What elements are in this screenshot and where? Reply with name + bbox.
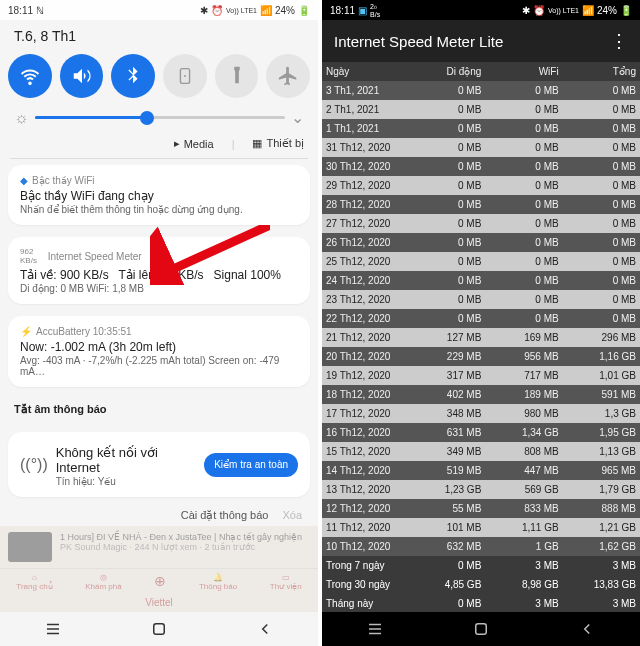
table-row[interactable]: 29 Th12, 20200 MB0 MB0 MB <box>322 176 640 195</box>
table-row[interactable]: 18 Th12, 2020402 MB189 MB591 MB <box>322 385 640 404</box>
back-icon[interactable] <box>578 620 596 638</box>
tab-notif[interactable]: 🔔Thông báo <box>199 573 237 591</box>
speed-badge: 2₀B/s <box>370 3 380 18</box>
table-row[interactable]: 11 Th12, 2020101 MB1,11 GB1,21 GB <box>322 518 640 537</box>
table-row[interactable]: 23 Th12, 20200 MB0 MB0 MB <box>322 290 640 309</box>
svg-rect-10 <box>476 624 487 635</box>
data-table: Ngày Di động WiFi Tổng 3 Th1, 20210 MB0 … <box>322 62 640 612</box>
quick-settings-row <box>0 48 318 104</box>
table-total-row: Trong 7 ngày0 MB3 MB3 MB <box>322 556 640 575</box>
table-row[interactable]: 20 Th12, 2020229 MB956 MB1,16 GB <box>322 347 640 366</box>
silence-notifications[interactable]: Tắt âm thông báo <box>0 393 318 426</box>
video-thumbnail <box>8 532 52 562</box>
airplane-toggle[interactable] <box>266 54 310 98</box>
tab-explore[interactable]: ◎Khám phá <box>85 573 121 591</box>
recents-icon[interactable] <box>366 620 384 638</box>
notification-accubattery[interactable]: ⚡AccuBattery 10:35:51 Now: -1.002 mA (3h… <box>8 316 310 387</box>
airplane-icon <box>277 65 299 87</box>
app-badge-icon: ▣ <box>358 5 367 16</box>
video-sub: PK Sound Magic · 244 N lượt xem · 2 tuần… <box>60 542 302 552</box>
status-bar: 18:11 ℕ ✱ ⏰ Vo)) LTE1 📶 24% 🔋 <box>0 0 318 20</box>
table-row[interactable]: 2 Th1, 20210 MB0 MB0 MB <box>322 100 640 119</box>
carrier-label: Viettel <box>0 595 318 610</box>
table-row[interactable]: 10 Th12, 2020632 MB1 GB1,62 GB <box>322 537 640 556</box>
accubattery-app-name: AccuBattery 10:35:51 <box>36 326 132 337</box>
table-row[interactable]: 15 Th12, 2020349 MB808 MB1,13 GB <box>322 442 640 461</box>
flashlight-toggle[interactable] <box>215 54 259 98</box>
status-time: 18:11 <box>8 5 33 16</box>
tab-library[interactable]: ▭Thư viện <box>270 573 302 591</box>
col-total: Tổng <box>563 62 640 81</box>
recents-icon[interactable] <box>44 620 62 638</box>
table-header: Ngày Di động WiFi Tổng <box>322 62 640 81</box>
sound-icon <box>71 65 93 87</box>
notification-internet[interactable]: ((°)) Không kết nối với Internet Tín hiệ… <box>8 432 310 497</box>
bluetooth-icon <box>122 65 144 87</box>
sound-toggle[interactable] <box>60 54 104 98</box>
devices-label: Thiết bị <box>266 137 304 150</box>
accubattery-avg: Avg: -403 mA · -7,2%/h (-2.225 mAh total… <box>20 355 298 377</box>
notification-settings-link[interactable]: Cài đặt thông báo <box>181 509 269 522</box>
devices-button[interactable]: ▦ Thiết bị <box>252 137 304 150</box>
play-icon: ▸ <box>174 137 180 150</box>
tab-home[interactable]: ⌂Trang chủ <box>16 573 52 591</box>
status-bar-right: 18:11 ▣ 2₀B/s ✱ ⏰ Vo)) LTE1 📶 24% 🔋 <box>322 0 640 20</box>
speed-meter-app-name: Internet Speed Meter <box>48 251 142 262</box>
table-row[interactable]: 26 Th12, 20200 MB0 MB0 MB <box>322 233 640 252</box>
back-icon[interactable] <box>256 620 274 638</box>
battery-pct: 24% <box>597 5 617 16</box>
wifi-master-app-name: Bậc thầy WiFi <box>32 175 95 186</box>
sun-dim-icon: ☼ <box>14 109 29 127</box>
rotation-toggle[interactable] <box>163 54 207 98</box>
brightness-slider[interactable] <box>35 116 285 119</box>
table-row[interactable]: 27 Th12, 20200 MB0 MB0 MB <box>322 214 640 233</box>
table-row[interactable]: 19 Th12, 2020317 MB717 MB1,01 GB <box>322 366 640 385</box>
table-row[interactable]: 14 Th12, 2020519 MB447 MB965 MB <box>322 461 640 480</box>
check-safety-button[interactable]: Kiểm tra an toàn <box>204 453 298 477</box>
more-icon[interactable]: ⋮ <box>610 30 628 52</box>
media-button[interactable]: ▸ Media <box>174 137 214 150</box>
bluetooth-toggle[interactable] <box>111 54 155 98</box>
home-icon[interactable] <box>472 620 490 638</box>
vowifi-icon: Vo)) LTE1 <box>548 7 579 14</box>
notification-speed-meter[interactable]: 962KB/s Internet Speed Meter Tải về: 900… <box>8 237 310 304</box>
battery-icon: 🔋 <box>620 5 632 16</box>
speed-meter-usage: Di động: 0 MB WiFi: 1,8 MB <box>20 283 298 294</box>
status-time-right: 18:11 <box>330 5 355 16</box>
chevron-down-icon[interactable]: ⌄ <box>291 108 304 127</box>
table-row[interactable]: 1 Th1, 20210 MB0 MB0 MB <box>322 119 640 138</box>
media-label: Media <box>184 138 214 150</box>
wifi-master-title: Bậc thầy WiFi đang chạy <box>20 189 298 203</box>
table-row[interactable]: 22 Th12, 20200 MB0 MB0 MB <box>322 309 640 328</box>
youtube-tabs: ⌂Trang chủ ◎Khám phá ⊕ 🔔Thông báo ▭Thư v… <box>0 568 318 595</box>
col-wifi: WiFi <box>485 62 562 81</box>
notification-wifi-master[interactable]: ◆Bậc thầy WiFi Bậc thầy WiFi đang chạy N… <box>8 165 310 225</box>
home-icon[interactable] <box>150 620 168 638</box>
signal-icon: 📶 <box>260 5 272 16</box>
table-row[interactable]: 16 Th12, 2020631 MB1,34 GB1,95 GB <box>322 423 640 442</box>
tab-add[interactable]: ⊕ <box>154 573 166 591</box>
table-row[interactable]: 21 Th12, 2020127 MB169 MB296 MB <box>322 328 640 347</box>
table-row[interactable]: 30 Th12, 20200 MB0 MB0 MB <box>322 157 640 176</box>
table-row[interactable]: 3 Th1, 20210 MB0 MB0 MB <box>322 81 640 100</box>
signal-icon: 📶 <box>582 5 594 16</box>
table-row[interactable]: 24 Th12, 20200 MB0 MB0 MB <box>322 271 640 290</box>
col-date: Ngày <box>322 62 408 81</box>
wifi-toggle[interactable] <box>8 54 52 98</box>
table-row[interactable]: 31 Th12, 20200 MB0 MB0 MB <box>322 138 640 157</box>
phone-right-speed-meter-app: 18:11 ▣ 2₀B/s ✱ ⏰ Vo)) LTE1 📶 24% 🔋 Inte… <box>322 0 640 646</box>
table-row[interactable]: 17 Th12, 2020348 MB980 MB1,3 GB <box>322 404 640 423</box>
media-devices-row: ▸ Media | ▦ Thiết bị <box>0 133 318 158</box>
speed-meter-stats: Tải về: 900 KB/s Tải lên: 62 KB/s Signal… <box>20 268 298 282</box>
clear-all-link[interactable]: Xóa <box>282 509 302 522</box>
nav-bar-left <box>0 612 318 646</box>
video-title: 1 Hours] ĐI VỀ NHÀ - Đen x JustaTee | Nh… <box>60 532 302 542</box>
alarm-icon: ⏰ <box>211 5 223 16</box>
table-row[interactable]: 12 Th12, 202055 MB833 MB888 MB <box>322 499 640 518</box>
app-title: Internet Speed Meter Lite <box>334 33 503 50</box>
table-row[interactable]: 25 Th12, 20200 MB0 MB0 MB <box>322 252 640 271</box>
table-row[interactable]: 13 Th12, 20201,23 GB569 GB1,79 GB <box>322 480 640 499</box>
svg-rect-5 <box>154 624 165 635</box>
table-row[interactable]: 28 Th12, 20200 MB0 MB0 MB <box>322 195 640 214</box>
battery-icon: 🔋 <box>298 5 310 16</box>
